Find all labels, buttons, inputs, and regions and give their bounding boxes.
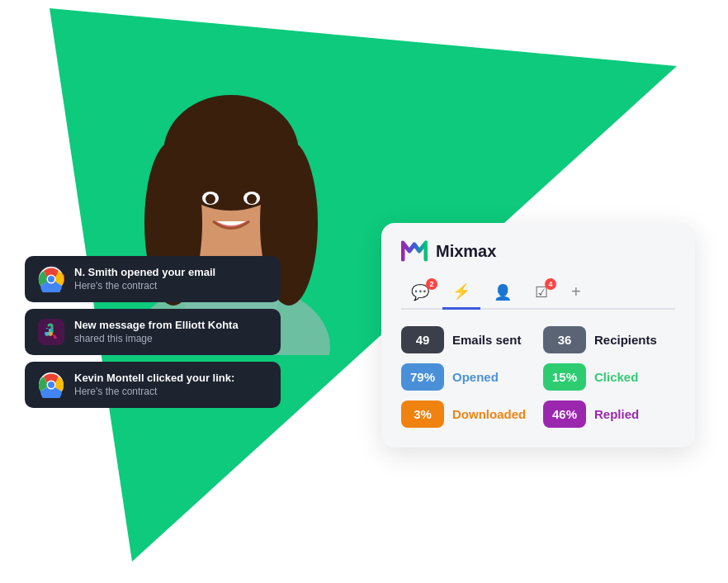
svg-point-10 <box>247 194 257 204</box>
stats-grid: 49 Emails sent 36 Recipients 79% Opened … <box>401 326 675 428</box>
recipients-label: Recipients <box>594 333 657 347</box>
notification-item-3: Kevin Montell clicked your link: Here's … <box>25 362 281 408</box>
tab-lightning[interactable]: ⚡ <box>442 276 480 310</box>
recipients-value: 36 <box>543 326 586 353</box>
notif-sub-1: Here's the contract <box>74 280 215 293</box>
contact-icon: 👤 <box>494 283 512 301</box>
chrome-icon-1 <box>36 264 66 294</box>
notif-title-3: Kevin Montell clicked your link: <box>74 372 234 386</box>
tab-add[interactable]: + <box>561 276 591 308</box>
stat-opened: 79% Opened <box>401 363 533 391</box>
notif-title-1: N. Smith opened your email <box>74 266 215 280</box>
downloaded-label: Downloaded <box>452 407 526 421</box>
opened-value: 79% <box>401 363 444 391</box>
stat-replied: 46% Replied <box>543 401 675 428</box>
notif-text-2: New message from Elliott Kohta shared th… <box>74 319 239 345</box>
main-scene: N. Smith opened your email Here's the co… <box>0 0 728 583</box>
replied-label: Replied <box>594 407 639 421</box>
notifications-panel: N. Smith opened your email Here's the co… <box>25 256 281 408</box>
notification-item-1: N. Smith opened your email Here's the co… <box>25 256 281 302</box>
tabs-bar: 💬 2 ⚡ 👤 ☑ 4 + <box>401 276 675 310</box>
add-icon: + <box>571 282 581 301</box>
svg-point-9 <box>206 194 215 204</box>
tab-tasks[interactable]: ☑ 4 <box>525 277 558 308</box>
tab-chat[interactable]: 💬 2 <box>401 277 439 308</box>
mixmax-logo-icon <box>401 239 428 263</box>
notif-sub-3: Here's the contract <box>74 386 234 399</box>
notif-text-1: N. Smith opened your email Here's the co… <box>74 266 215 292</box>
svg-point-20 <box>48 382 54 388</box>
mixmax-card: Mixmax 💬 2 ⚡ 👤 ☑ 4 + <box>381 223 695 448</box>
tasks-badge: 4 <box>545 278 556 290</box>
lightning-icon: ⚡ <box>452 282 470 301</box>
notif-sub-2: shared this image <box>74 333 239 346</box>
svg-point-16 <box>48 276 54 282</box>
opened-label: Opened <box>452 370 499 384</box>
stat-clicked: 15% Clicked <box>543 363 675 391</box>
notification-item-2: New message from Elliott Kohta shared th… <box>25 309 281 355</box>
stat-recipients: 36 Recipients <box>543 326 675 353</box>
stat-emails-sent: 49 Emails sent <box>401 326 533 353</box>
clicked-label: Clicked <box>594 370 638 384</box>
chat-badge: 2 <box>426 278 437 290</box>
emails-sent-value: 49 <box>401 326 444 353</box>
replied-value: 46% <box>543 401 586 428</box>
mixmax-logo <box>401 239 428 263</box>
notif-title-2: New message from Elliott Kohta <box>74 319 239 333</box>
downloaded-value: 3% <box>401 401 444 428</box>
chrome-icon-3 <box>36 370 66 400</box>
emails-sent-label: Emails sent <box>452 333 521 347</box>
clicked-value: 15% <box>543 363 586 391</box>
notif-text-3: Kevin Montell clicked your link: Here's … <box>74 372 234 398</box>
mixmax-header: Mixmax <box>401 239 675 263</box>
slack-icon-2 <box>36 317 66 347</box>
tab-contact[interactable]: 👤 <box>484 277 522 308</box>
stat-downloaded: 3% Downloaded <box>401 401 533 428</box>
app-title: Mixmax <box>436 242 496 261</box>
